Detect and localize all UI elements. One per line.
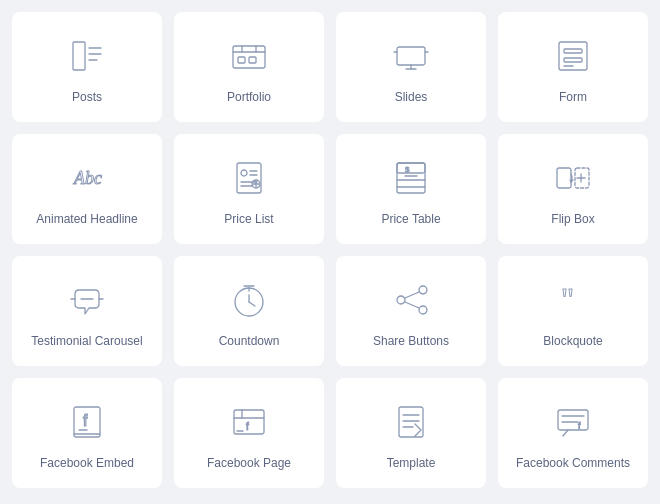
facebook-comments-label: Facebook Comments bbox=[516, 456, 630, 472]
card-posts[interactable]: Posts bbox=[12, 12, 162, 122]
facebook-page-icon: f bbox=[225, 398, 273, 446]
svg-rect-18 bbox=[237, 163, 261, 193]
svg-rect-33 bbox=[557, 168, 571, 188]
svg-rect-62 bbox=[558, 410, 588, 430]
card-price-table[interactable]: $Price Table bbox=[336, 134, 486, 244]
card-portfolio[interactable]: Portfolio bbox=[174, 12, 324, 122]
price-table-label: Price Table bbox=[381, 212, 440, 228]
svg-rect-9 bbox=[249, 57, 256, 63]
template-icon bbox=[387, 398, 435, 446]
flip-box-label: Flip Box bbox=[551, 212, 594, 228]
blockquote-label: Blockquote bbox=[543, 334, 602, 350]
facebook-embed-label: Facebook Embed bbox=[40, 456, 134, 472]
svg-point-45 bbox=[419, 306, 427, 314]
flip-box-icon bbox=[549, 154, 597, 202]
template-label: Template bbox=[387, 456, 436, 472]
card-facebook-comments[interactable]: fFacebook Comments bbox=[498, 378, 648, 488]
facebook-comments-icon: f bbox=[549, 398, 597, 446]
svg-text:f: f bbox=[83, 412, 88, 429]
svg-text:": " bbox=[561, 281, 574, 317]
card-price-list[interactable]: Price List bbox=[174, 134, 324, 244]
testimonial-carousel-label: Testimonial Carousel bbox=[31, 334, 142, 350]
form-label: Form bbox=[559, 90, 587, 106]
card-flip-box[interactable]: Flip Box bbox=[498, 134, 648, 244]
posts-icon bbox=[63, 32, 111, 80]
card-share-buttons[interactable]: Share Buttons bbox=[336, 256, 486, 366]
svg-rect-10 bbox=[397, 47, 425, 65]
animated-headline-icon: Abc bbox=[63, 154, 111, 202]
svg-rect-8 bbox=[238, 57, 245, 63]
card-slides[interactable]: Slides bbox=[336, 12, 486, 122]
facebook-page-label: Facebook Page bbox=[207, 456, 291, 472]
testimonial-carousel-icon bbox=[63, 276, 111, 324]
countdown-icon bbox=[225, 276, 273, 324]
svg-text:Abc: Abc bbox=[73, 168, 102, 188]
card-facebook-page[interactable]: fFacebook Page bbox=[174, 378, 324, 488]
price-list-label: Price List bbox=[224, 212, 273, 228]
svg-line-47 bbox=[405, 302, 419, 308]
form-icon bbox=[549, 32, 597, 80]
portfolio-icon bbox=[225, 32, 273, 80]
card-blockquote[interactable]: "Blockquote bbox=[498, 256, 648, 366]
slides-icon bbox=[387, 32, 435, 80]
svg-point-19 bbox=[241, 170, 247, 176]
card-template[interactable]: Template bbox=[336, 378, 486, 488]
facebook-embed-icon: f bbox=[63, 398, 111, 446]
price-list-icon bbox=[225, 154, 273, 202]
share-buttons-label: Share Buttons bbox=[373, 334, 449, 350]
blockquote-icon: " bbox=[549, 276, 597, 324]
svg-rect-15 bbox=[564, 58, 582, 62]
svg-text:f: f bbox=[246, 421, 249, 432]
card-animated-headline[interactable]: AbcAnimated Headline bbox=[12, 134, 162, 244]
price-table-icon: $ bbox=[387, 154, 435, 202]
card-testimonial-carousel[interactable]: Testimonial Carousel bbox=[12, 256, 162, 366]
slides-label: Slides bbox=[395, 90, 428, 106]
svg-rect-14 bbox=[564, 49, 582, 53]
svg-point-44 bbox=[397, 296, 405, 304]
widget-grid: PostsPortfolioSlidesFormAbcAnimated Head… bbox=[12, 12, 648, 488]
portfolio-label: Portfolio bbox=[227, 90, 271, 106]
svg-line-46 bbox=[405, 292, 419, 298]
svg-rect-27 bbox=[397, 163, 425, 193]
posts-label: Posts bbox=[72, 90, 102, 106]
svg-rect-28 bbox=[397, 163, 425, 173]
share-buttons-icon bbox=[387, 276, 435, 324]
svg-line-42 bbox=[249, 302, 255, 306]
svg-rect-0 bbox=[73, 42, 85, 70]
svg-text:$: $ bbox=[405, 165, 410, 174]
card-facebook-embed[interactable]: fFacebook Embed bbox=[12, 378, 162, 488]
card-form[interactable]: Form bbox=[498, 12, 648, 122]
countdown-label: Countdown bbox=[219, 334, 280, 350]
animated-headline-label: Animated Headline bbox=[36, 212, 137, 228]
svg-point-43 bbox=[419, 286, 427, 294]
card-countdown[interactable]: Countdown bbox=[174, 256, 324, 366]
